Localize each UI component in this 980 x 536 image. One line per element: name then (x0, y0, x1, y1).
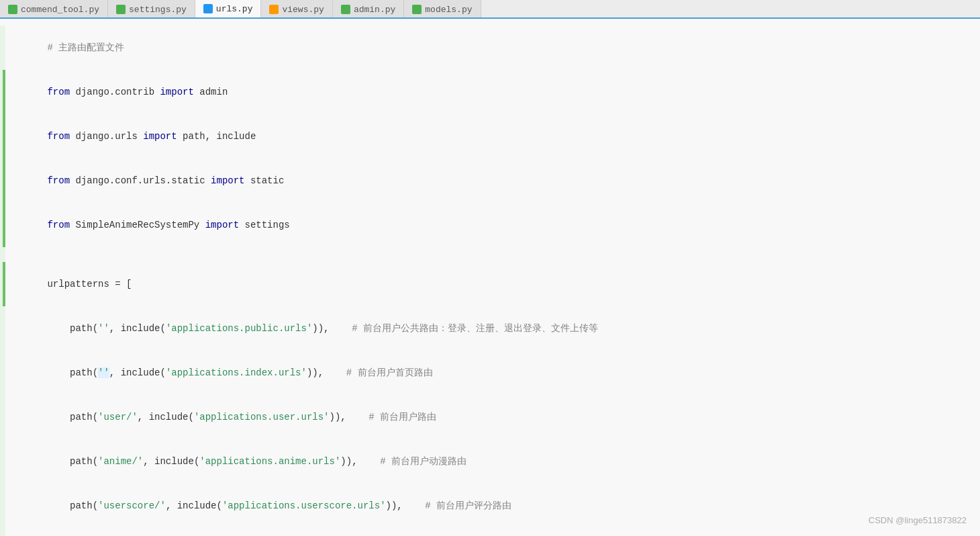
gutter-9 (0, 351, 5, 395)
comment-9: # 前台用户首页路由 (346, 367, 433, 378)
text-11a: path( (47, 456, 98, 467)
tab-admin[interactable]: admin.py (333, 0, 404, 19)
tab-label-models: models.py (425, 5, 472, 15)
gutter-12 (0, 484, 5, 528)
tab-label-urls: urls.py (216, 4, 253, 14)
gutter-11 (0, 439, 5, 484)
tab-label-admin: admin.py (354, 5, 395, 15)
text-3a: django.urls (70, 131, 143, 142)
tab-views[interactable]: views.py (261, 0, 332, 19)
text-9b: , include( (109, 367, 166, 378)
code-content-12: path('userscore/', include('applications… (8, 484, 973, 528)
text-4b: static (245, 175, 285, 186)
str-11b: 'applications.anime.urls' (199, 456, 340, 467)
tab-label-commend: commend_tool.py (21, 5, 99, 15)
text-12b: , include( (166, 500, 222, 511)
text-3b: path, include (177, 131, 256, 142)
code-content-5: from SimpleAnimeRecSystemPy import setti… (8, 203, 973, 247)
code-content-2: from django.contrib import admin (8, 70, 973, 114)
code-content-7: urlpatterns = [ (8, 262, 973, 306)
gutter-4 (0, 159, 5, 203)
gutter-6 (0, 247, 5, 262)
kw-import-3: import (143, 131, 177, 142)
text-2b: admin (194, 87, 228, 97)
kw-import-5: import (205, 220, 239, 230)
code-content-4: from django.conf.urls.static import stat… (8, 159, 973, 203)
code-content-10: path('user/', include('applications.user… (8, 395, 973, 439)
gutter-3 (0, 114, 5, 159)
str-8b: 'applications.public.urls' (166, 323, 312, 334)
gutter-7 (0, 262, 5, 306)
text-8a: path( (47, 323, 98, 334)
comment-12: # 前台用户评分路由 (425, 500, 511, 511)
str-10b: 'applications.user.urls' (194, 412, 330, 422)
text-9a: path( (47, 367, 98, 378)
str-12b: 'applications.userscore.urls' (222, 500, 386, 511)
text-8c: )), (312, 323, 352, 334)
code-content-3: from django.urls import path, include (8, 114, 973, 159)
text-10a: path( (47, 412, 98, 422)
text-5a: SimpleAnimeRecSystemPy (70, 220, 205, 230)
gutter-13 (0, 528, 5, 536)
code-line-2: from django.contrib import admin (0, 70, 980, 114)
gutter-5 (0, 203, 5, 247)
code-content-9: path('', include('applications.index.url… (8, 351, 973, 395)
tab-icon-settings (116, 5, 126, 14)
text-4a: django.conf.urls.static (70, 175, 211, 186)
tab-icon-models (412, 5, 422, 14)
code-line-3: from django.urls import path, include (0, 114, 980, 159)
text-8b: , include( (109, 323, 166, 334)
code-content-6 (8, 247, 973, 262)
tab-icon-views (269, 5, 279, 14)
code-line-9: path('', include('applications.index.url… (0, 351, 980, 395)
text-9c: )), (307, 367, 346, 378)
tab-settings[interactable]: settings.py (108, 0, 195, 19)
text-10c: )), (330, 412, 369, 422)
watermark: CSDN @linge511873822 (869, 515, 967, 525)
code-line-10: path('user/', include('applications.user… (0, 395, 980, 439)
text-2a: django.contrib (70, 87, 160, 97)
gutter-10 (0, 395, 5, 439)
gutter-2 (0, 70, 5, 114)
kw-from-4: from (47, 175, 70, 186)
tab-label-views: views.py (282, 5, 324, 15)
tab-icon-admin (341, 5, 350, 14)
str-9a: '' (98, 367, 109, 378)
code-content-8: path('', include('applications.public.ur… (8, 306, 973, 351)
gutter-8 (0, 306, 5, 351)
code-line-8: path('', include('applications.public.ur… (0, 306, 980, 351)
text-5b: settings (239, 220, 290, 230)
text-10b: , include( (138, 412, 194, 422)
code-line-7: urlpatterns = [ (0, 262, 980, 306)
tab-urls[interactable]: urls.py (195, 0, 262, 19)
gutter-1 (0, 26, 5, 70)
code-line-13: path('admin/', admin.site.urls) # 后台管理员路… (0, 528, 980, 536)
kw-from-2: from (47, 87, 70, 97)
kw-import-4: import (211, 175, 244, 186)
code-line-6 (0, 247, 980, 262)
comment-11: # 前台用户动漫路由 (380, 456, 467, 467)
code-editor: # 主路由配置文件 from django.contrib import adm… (0, 19, 980, 536)
kw-from-5: from (47, 220, 70, 230)
str-11a: 'anime/' (98, 456, 143, 467)
text-11b: , include( (143, 456, 199, 467)
code-line-11: path('anime/', include('applications.ani… (0, 439, 980, 484)
text-11c: )), (340, 456, 380, 467)
str-12a: 'userscore/' (98, 500, 166, 511)
text-12c: )), (386, 500, 426, 511)
kw-from-3: from (47, 131, 70, 142)
tab-icon-commend (8, 5, 17, 14)
code-line-12: path('userscore/', include('applications… (0, 484, 980, 528)
tabs-bar: commend_tool.py settings.py urls.py view… (0, 0, 980, 19)
text-12a: path( (47, 500, 98, 511)
code-content-11: path('anime/', include('applications.ani… (8, 439, 973, 484)
comment-8: # 前台用户公共路由：登录、注册、退出登录、文件上传等 (352, 323, 598, 334)
tab-icon-urls (203, 4, 213, 13)
str-9b: 'applications.index.urls' (166, 367, 307, 378)
tab-models[interactable]: models.py (404, 0, 481, 19)
code-content-13: path('admin/', admin.site.urls) # 后台管理员路… (8, 528, 973, 536)
code-content-1: # 主路由配置文件 (8, 26, 973, 70)
tab-commend-tool[interactable]: commend_tool.py (0, 0, 108, 19)
comment-1: # 主路由配置文件 (47, 42, 124, 53)
code-line-1: # 主路由配置文件 (0, 26, 980, 70)
